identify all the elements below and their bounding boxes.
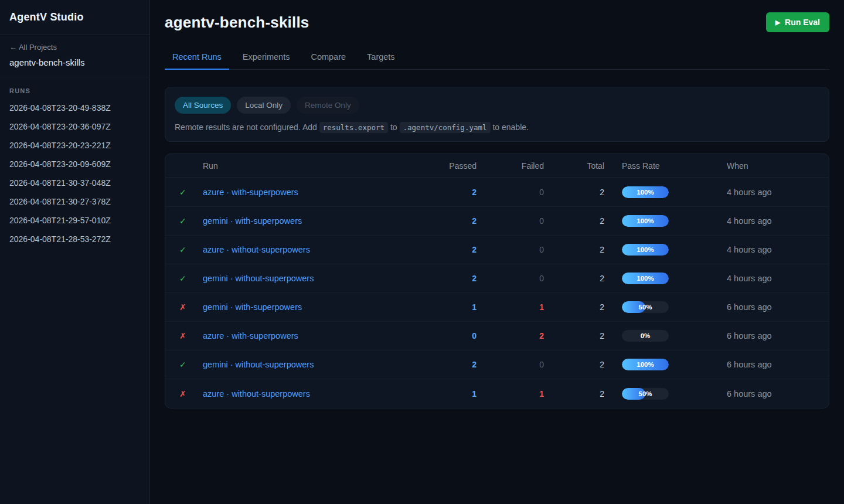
- pass-rate-pill: 100%: [622, 215, 669, 227]
- run-link[interactable]: gemini · with-superpowers: [203, 216, 424, 226]
- run-eval-label: Run Eval: [785, 18, 820, 27]
- pass-rate-pill: 100%: [622, 359, 669, 370]
- failed-value: 0: [477, 188, 544, 197]
- sidebar-run-item[interactable]: 2026-04-08T23-20-23-221Z: [0, 136, 149, 155]
- run-link[interactable]: azure · without-superpowers: [203, 389, 424, 399]
- failed-value: 1: [477, 302, 544, 312]
- runs-list: 2026-04-08T23-20-49-838Z 2026-04-08T23-2…: [0, 98, 149, 248]
- pass-rate-label: 100%: [622, 244, 669, 256]
- run-link[interactable]: azure · with-superpowers: [203, 188, 424, 197]
- sidebar-run-item[interactable]: 2026-04-08T21-29-57-010Z: [0, 211, 149, 230]
- notice-code-results-export: results.export: [319, 122, 388, 133]
- run-link[interactable]: azure · with-superpowers: [203, 331, 424, 340]
- passed-value: 2: [424, 360, 477, 369]
- table-row: ✗ gemini · with-superpowers 1 1 2 50% 6 …: [165, 293, 829, 322]
- total-value: 2: [544, 389, 604, 399]
- sidebar-run-item[interactable]: 2026-04-08T23-20-49-838Z: [0, 98, 149, 117]
- total-value: 2: [544, 360, 604, 369]
- filter-local-only-pill[interactable]: Local Only: [237, 97, 291, 114]
- passed-value: 1: [424, 389, 477, 399]
- status-pass-icon: ✓: [179, 274, 203, 283]
- when-value: 6 hours ago: [727, 389, 815, 399]
- column-header-when: When: [727, 161, 815, 171]
- failed-value: 2: [477, 331, 544, 340]
- failed-value: 1: [477, 389, 544, 399]
- table-row: ✓ gemini · without-superpowers 2 0 2 100…: [165, 350, 829, 379]
- back-to-all-projects-link[interactable]: ← All Projects: [9, 43, 140, 52]
- run-link[interactable]: azure · without-superpowers: [203, 245, 424, 254]
- pass-rate-label: 100%: [622, 273, 669, 284]
- pass-rate-cell: 50%: [604, 388, 727, 400]
- sidebar-run-item[interactable]: 2026-04-08T21-30-27-378Z: [0, 192, 149, 211]
- sidebar: AgentV Studio ← All Projects agentv-benc…: [0, 0, 150, 504]
- tab-experiments[interactable]: Experiments: [235, 46, 298, 70]
- sidebar-run-item[interactable]: 2026-04-08T23-20-09-609Z: [0, 155, 149, 173]
- table-row: ✓ azure · without-superpowers 2 0 2 100%…: [165, 236, 829, 264]
- passed-value: 2: [424, 216, 477, 226]
- pass-rate-pill: 50%: [622, 388, 669, 400]
- failed-value: 0: [477, 274, 544, 283]
- failed-value: 0: [477, 245, 544, 254]
- sidebar-run-item[interactable]: 2026-04-08T21-30-37-048Z: [0, 173, 149, 192]
- column-header-pass-rate: Pass Rate: [604, 161, 727, 171]
- remote-config-notice: Remote results are not configured. Add r…: [175, 122, 819, 132]
- run-link[interactable]: gemini · without-superpowers: [203, 274, 424, 283]
- when-value: 4 hours ago: [727, 245, 815, 254]
- column-header-passed: Passed: [424, 161, 477, 171]
- status-pass-icon: ✓: [179, 245, 203, 254]
- pass-rate-cell: 50%: [604, 301, 727, 313]
- pass-rate-cell: 100%: [604, 244, 727, 256]
- when-value: 6 hours ago: [727, 302, 815, 312]
- when-value: 4 hours ago: [727, 188, 815, 197]
- table-row: ✓ azure · with-superpowers 2 0 2 100% 4 …: [165, 178, 829, 207]
- run-eval-button[interactable]: ▶ Run Eval: [766, 12, 829, 32]
- passed-value: 2: [424, 274, 477, 283]
- run-link[interactable]: gemini · without-superpowers: [203, 360, 424, 369]
- when-value: 4 hours ago: [727, 274, 815, 283]
- status-fail-icon: ✗: [179, 331, 203, 340]
- failed-value: 0: [477, 360, 544, 369]
- sidebar-header: AgentV Studio: [0, 0, 149, 35]
- pass-rate-pill: 0%: [622, 330, 669, 342]
- source-filter-pills: All Sources Local Only Remote Only: [175, 97, 819, 114]
- status-pass-icon: ✓: [179, 360, 203, 369]
- status-fail-icon: ✗: [179, 302, 203, 312]
- when-value: 6 hours ago: [727, 360, 815, 369]
- sidebar-run-item[interactable]: 2026-04-08T21-28-53-272Z: [0, 230, 149, 248]
- passed-value: 2: [424, 188, 477, 197]
- table-row: ✗ azure · with-superpowers 0 2 2 0% 6 ho…: [165, 322, 829, 350]
- tab-targets[interactable]: Targets: [359, 46, 403, 70]
- tab-bar: Recent Runs Experiments Compare Targets: [165, 46, 829, 70]
- column-header-failed: Failed: [477, 161, 544, 171]
- recent-runs-table: Run Passed Failed Total Pass Rate When ✓…: [165, 154, 829, 408]
- table-header-row: Run Passed Failed Total Pass Rate When: [165, 154, 829, 178]
- filter-all-sources-pill[interactable]: All Sources: [175, 97, 231, 114]
- sidebar-project-name: agentv-bench-skills: [9, 57, 140, 67]
- passed-value: 2: [424, 245, 477, 254]
- main-header: agentv-bench-skills ▶ Run Eval: [165, 12, 829, 32]
- pass-rate-pill: 50%: [622, 301, 669, 313]
- tab-compare[interactable]: Compare: [303, 46, 353, 70]
- table-row: ✓ gemini · with-superpowers 2 0 2 100% 4…: [165, 207, 829, 236]
- runs-heading: RUNS: [0, 77, 149, 98]
- sidebar-run-item[interactable]: 2026-04-08T23-20-36-097Z: [0, 117, 149, 136]
- total-value: 2: [544, 331, 604, 340]
- pass-rate-label: 50%: [622, 388, 669, 400]
- total-value: 2: [544, 245, 604, 254]
- page-title: agentv-bench-skills: [165, 13, 309, 32]
- play-icon: ▶: [775, 19, 780, 26]
- notice-text: to enable.: [491, 122, 529, 132]
- pass-rate-cell: 100%: [604, 359, 727, 370]
- table-row: ✓ gemini · without-superpowers 2 0 2 100…: [165, 264, 829, 293]
- total-value: 2: [544, 216, 604, 226]
- total-value: 2: [544, 188, 604, 197]
- total-value: 2: [544, 274, 604, 283]
- failed-value: 0: [477, 216, 544, 226]
- when-value: 4 hours ago: [727, 216, 815, 226]
- pass-rate-cell: 0%: [604, 330, 727, 342]
- run-link[interactable]: gemini · with-superpowers: [203, 302, 424, 312]
- table-body: ✓ azure · with-superpowers 2 0 2 100% 4 …: [165, 178, 829, 408]
- pass-rate-label: 0%: [622, 330, 669, 342]
- pass-rate-label: 100%: [622, 359, 669, 370]
- tab-recent-runs[interactable]: Recent Runs: [165, 46, 229, 70]
